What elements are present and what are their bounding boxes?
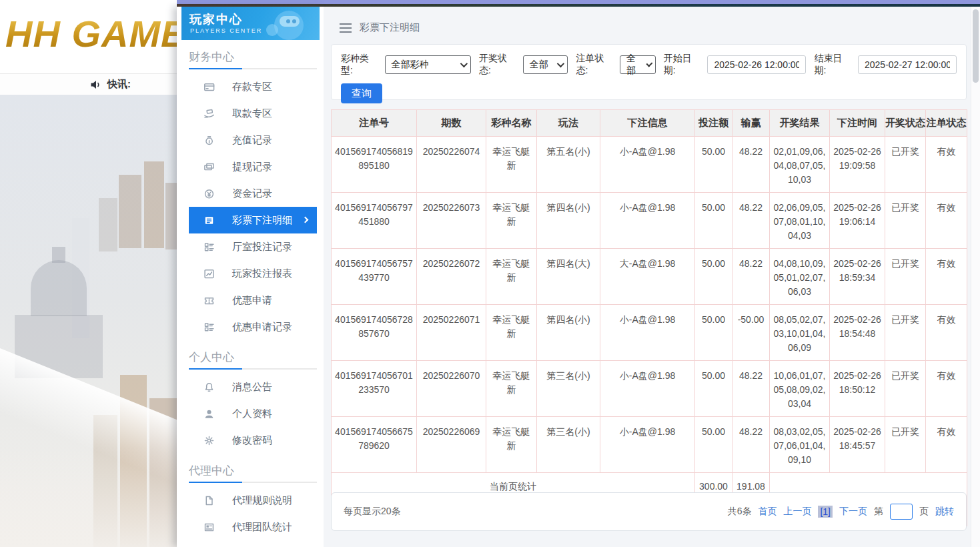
- column-header: 注单状态: [926, 110, 967, 137]
- cell-bet-info: 大-A盘@1.98: [600, 249, 695, 305]
- sidebar-item-lottery-bet-detail[interactable]: 彩票下注明细: [189, 207, 317, 233]
- sidebar-item-player-bet-report[interactable]: 玩家投注报表: [189, 260, 317, 287]
- sidebar-item-label: 厅室投注记录: [232, 241, 292, 253]
- page-size-text: 每页显示20条: [344, 506, 401, 518]
- sidebar-item-label: 玩家投注报表: [232, 267, 292, 280]
- document-icon: [203, 495, 215, 506]
- draw-status-label: 开奖状态:: [479, 53, 519, 77]
- cell-order-no: 401569174056819895180: [332, 137, 417, 193]
- cell-bet-info: 小-A盘@1.98: [600, 417, 695, 473]
- bet-list-icon: [203, 215, 215, 226]
- sidebar-item-change-password[interactable]: 修改密码: [189, 427, 317, 454]
- lottery-type-select[interactable]: 全部彩种: [385, 55, 471, 74]
- cell-bet-info: 小-A盘@1.98: [600, 305, 695, 361]
- cell-bet-info: 小-A盘@1.98: [600, 193, 695, 249]
- jump-suffix-label: 页: [919, 506, 929, 518]
- chevron-down-icon: [557, 60, 564, 67]
- column-header: 玩法: [537, 110, 600, 137]
- search-button[interactable]: 查询: [341, 83, 382, 103]
- cell-result: 02,06,09,05,07,08,01,10,04,03: [770, 193, 830, 249]
- cell-play: 第四名(大): [537, 249, 600, 305]
- money-bag-icon: [203, 135, 215, 146]
- sidebar-item-label: 消息公告: [232, 381, 272, 394]
- sidebar-item-agent-rules[interactable]: 代理规则说明: [189, 487, 317, 514]
- section-divider: [189, 368, 317, 370]
- sidebar-item-label: 资金记录: [232, 187, 272, 200]
- sidebar-item-agent-team-stats[interactable]: 代理团队统计: [189, 514, 317, 540]
- sidebar-section-title: 代理中心: [189, 463, 317, 482]
- ticket-icon: [203, 295, 215, 306]
- cell-time: 2025-02-26 18:50:12: [830, 361, 885, 417]
- scrollbar-thumb[interactable]: [973, 9, 979, 83]
- cell-order-status: 有效: [926, 137, 967, 193]
- gear-icon: [203, 435, 215, 446]
- cell-order-status: 有效: [926, 193, 967, 249]
- bet-detail-table-wrap: 注单号期数彩种名称玩法下注信息投注额输赢开奖结果下注时间开奖状态注单状态 401…: [331, 109, 967, 526]
- prev-page-link[interactable]: 上一页: [783, 506, 811, 518]
- start-date-input[interactable]: [707, 55, 806, 74]
- cell-time: 2025-02-26 18:54:48: [830, 305, 885, 361]
- table-row: 40156917405667578962020250226069幸运飞艇新第三名…: [332, 417, 967, 473]
- news-ticker-bar: 快讯:: [0, 73, 177, 95]
- filter-panel: 彩种类型: 全部彩种 开奖状态: 全部 注单状态: 全部 开始日期: 结束日期:: [331, 44, 967, 100]
- pagination-bar: 每页显示20条 共6条 首页 上一页 [1] 下一页 第 页 跳转: [331, 492, 967, 531]
- cell-order-no: 401569174056728857670: [332, 305, 417, 361]
- report-chart-icon: [203, 268, 215, 280]
- cell-play: 第四名(小): [537, 305, 600, 361]
- cell-lottery: 幸运飞艇新: [486, 361, 537, 417]
- cell-order-no: 401569174056797451880: [332, 193, 417, 249]
- sidebar-item-recharge-record[interactable]: 充值记录: [189, 127, 317, 153]
- cell-order-status: 有效: [926, 305, 967, 361]
- sidebar-item-funds-record[interactable]: 资金记录: [189, 180, 317, 207]
- draw-status-select[interactable]: 全部: [523, 55, 568, 74]
- jump-page-input[interactable]: [890, 504, 913, 520]
- sidebar-item-promo-apply[interactable]: 优惠申请: [189, 287, 317, 314]
- end-date-input[interactable]: [858, 55, 957, 74]
- menu-toggle-icon[interactable]: [340, 23, 352, 33]
- cash-icon: [203, 161, 215, 173]
- table-row: 40156917405679745188020250226073幸运飞艇新第四名…: [332, 193, 967, 249]
- cell-draw-status: 已开奖: [885, 305, 926, 361]
- cell-period: 20250226073: [417, 193, 486, 249]
- bell-icon: [203, 382, 215, 393]
- total-count-text: 共6条: [728, 506, 752, 518]
- scrollbar-track[interactable]: [971, 7, 980, 547]
- cell-winloss: 48.22: [732, 417, 770, 473]
- jump-prefix-label: 第: [874, 506, 883, 518]
- sidebar-item-promo-apply-record[interactable]: 优惠申请记录: [189, 314, 317, 340]
- sidebar-item-withdraw-zone[interactable]: 取款专区: [189, 100, 317, 127]
- person-icon: [203, 408, 215, 420]
- cell-play: 第三名(小): [537, 417, 600, 473]
- table-row: 40156917405672885767020250226071幸运飞艇新第四名…: [332, 305, 967, 361]
- sidebar-item-profile[interactable]: 个人资料: [189, 400, 317, 427]
- sidebar-item-label: 优惠申请记录: [232, 321, 292, 334]
- sidebar-item-label: 代理规则说明: [232, 494, 292, 507]
- column-header: 彩种名称: [486, 110, 537, 137]
- cell-draw-status: 已开奖: [885, 137, 926, 193]
- sidebar-item-label: 修改密码: [232, 434, 272, 447]
- jump-button[interactable]: 跳转: [935, 506, 954, 518]
- cell-time: 2025-02-26 19:09:58: [830, 137, 885, 193]
- sidebar-item-messages[interactable]: 消息公告: [189, 374, 317, 400]
- sidebar-section-title: 个人中心: [189, 350, 317, 368]
- sidebar-item-label: 个人资料: [232, 408, 272, 420]
- lottery-type-label: 彩种类型:: [341, 53, 381, 77]
- sidebar-subtitle: PLAYERS CENTER: [190, 27, 262, 34]
- order-status-select[interactable]: 全部: [620, 55, 656, 74]
- sidebar-item-withdraw-record[interactable]: 提现记录: [189, 153, 317, 180]
- cell-order-status: 有效: [926, 417, 967, 473]
- cell-lottery: 幸运飞艇新: [486, 305, 537, 361]
- sidebar-item-label: 优惠申请: [232, 294, 272, 307]
- sidebar-item-deposit-zone[interactable]: 存款专区: [189, 73, 317, 100]
- first-page-link[interactable]: 首页: [758, 506, 777, 518]
- page-title: 彩票下注明细: [360, 21, 420, 34]
- column-header: 期数: [417, 110, 486, 137]
- brand-logo: HH GAME: [5, 12, 177, 55]
- cell-lottery: 幸运飞艇新: [486, 417, 537, 473]
- sidebar-item-room-bet-record[interactable]: 厅室投注记录: [189, 233, 317, 260]
- cell-result: 08,05,02,07,03,10,01,04,06,09: [770, 305, 830, 361]
- coin-icon: [203, 188, 215, 199]
- sidebar-header: 玩家中心 PLAYERS CENTER: [181, 7, 320, 40]
- column-header: 输赢: [732, 110, 770, 137]
- next-page-link[interactable]: 下一页: [839, 506, 867, 518]
